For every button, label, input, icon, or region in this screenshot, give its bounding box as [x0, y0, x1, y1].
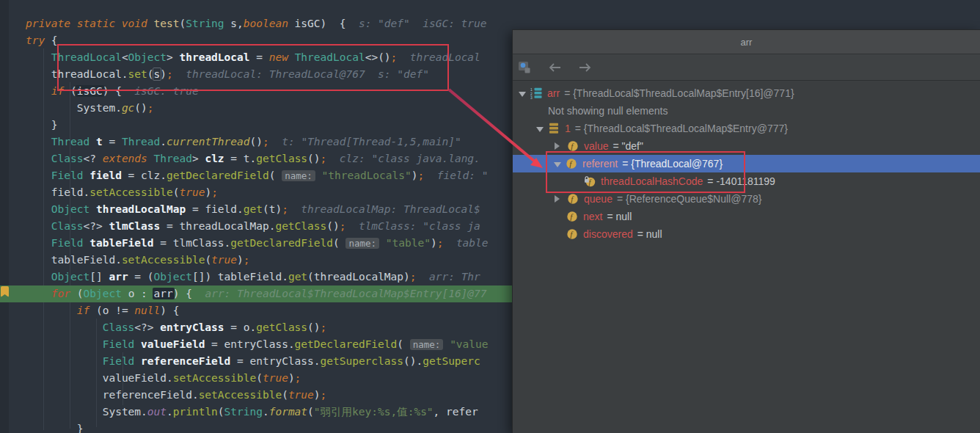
code-token: setAccessible: [122, 254, 205, 266]
code-token: field.: [51, 186, 89, 198]
code-token: []) tableField.: [192, 271, 288, 283]
code-token: Class: [51, 153, 84, 164]
code-token: (): [307, 321, 320, 333]
code-token: =: [250, 51, 269, 63]
code-token: = o.: [224, 321, 257, 333]
code-token: ) {: [173, 288, 192, 299]
code-token: println: [173, 406, 218, 418]
code-token: isGC: [288, 18, 321, 29]
code-token: ,: [237, 18, 244, 29]
code-token: true: [288, 389, 314, 401]
code-token: (: [70, 288, 83, 299]
chevron-down-icon[interactable]: [519, 92, 526, 97]
chevron-down-icon[interactable]: [554, 162, 561, 167]
code-token: (: [179, 18, 186, 29]
variable-value: = {ThreadLocal$ThreadLocalMap$Entry[16]@…: [564, 87, 794, 99]
code-token: true: [211, 254, 237, 266]
tree-row-discovered[interactable]: fdiscovered= null: [513, 225, 980, 243]
code-token: = tlmClass.: [154, 237, 231, 249]
code-token: [0, 34, 26, 46]
code-token: [0, 372, 103, 384]
code-token: get: [288, 271, 307, 283]
param-name-hint: name:: [345, 238, 379, 249]
code-token: getDeclaredField: [167, 170, 269, 181]
code-token: (: [218, 406, 224, 418]
code-token: Field: [103, 338, 135, 350]
tree-row-referent[interactable]: freferent= {ThreadLocal@767}: [513, 155, 980, 172]
tree-row-queue[interactable]: fqueue= {ReferenceQueue$Null@778}: [513, 190, 980, 208]
code-token: ;: [211, 186, 218, 198]
code-token: (threadLocalMap): [307, 271, 410, 283]
code-token: =: [103, 136, 122, 148]
code-token: >: [167, 51, 179, 63]
code-token: [0, 271, 51, 283]
code-token: [0, 338, 103, 350]
code-token: (: [256, 372, 263, 384]
code-token: [0, 321, 103, 333]
code-token: "弱引用key:%s,值:%s": [314, 406, 434, 418]
code-token: [0, 186, 51, 198]
field-icon: f: [567, 140, 579, 152]
code-token: boolean: [244, 18, 288, 29]
code-token: true: [263, 372, 288, 384]
chevron-right-icon[interactable]: [555, 142, 560, 150]
forward-arrow-icon[interactable]: [575, 59, 594, 76]
code-token: = field.: [186, 203, 244, 215]
code-token: (: [269, 170, 282, 181]
code-token: ThreadLocal: [295, 51, 365, 63]
code-token: (: [205, 254, 211, 266]
code-token: Thread: [122, 136, 160, 148]
code-token: field: [89, 170, 122, 181]
code-token: getDeclaredField: [230, 237, 333, 249]
code-token: new: [269, 51, 288, 63]
code-token: private static void: [26, 18, 154, 29]
code-token: o :: [122, 288, 154, 299]
code-token: = clz.: [122, 170, 167, 181]
code-token: [134, 338, 141, 350]
code-token: [288, 51, 295, 63]
code-token: "threadLocals": [315, 170, 412, 181]
code-token: [89, 136, 96, 148]
code-token: Object: [154, 271, 192, 283]
variable-value: = -1401181199: [707, 175, 775, 187]
chevron-right-icon[interactable]: [555, 195, 560, 203]
code-token: Object: [128, 51, 167, 63]
referrers-folder-icon[interactable]: [516, 59, 535, 76]
code-token: referenceField.: [103, 389, 199, 401]
code-token: [147, 153, 154, 164]
code-token: .: [167, 406, 173, 418]
code-token: ): [205, 186, 211, 198]
code-token: setAccessible: [173, 372, 257, 384]
code-token: = entryClass.: [205, 338, 294, 350]
code-token: [0, 102, 77, 114]
inline-debug-hint: threadLocal: [397, 51, 480, 63]
variable-value: = null: [607, 211, 632, 222]
inline-debug-hint: s: "def" isGC: true: [345, 18, 486, 29]
code-token: t: [96, 136, 103, 148]
code-token: ;: [321, 321, 327, 333]
code-token: currentThread: [167, 136, 250, 148]
tree-row-next[interactable]: fnext= null: [513, 208, 980, 225]
code-token: Object: [51, 203, 89, 215]
debugger-popup: arr 1 2 3: [512, 29, 980, 433]
code-token: threadLocalMap: [96, 203, 186, 215]
popup-titlebar[interactable]: arr: [513, 30, 980, 54]
tree-row-arr[interactable]: 1 2 3 arr= {ThreadLocal$ThreadLocalMap$E…: [513, 84, 980, 102]
variable-value: = "def": [612, 140, 643, 152]
code-token: Thread: [51, 136, 89, 148]
tree-row-1[interactable]: 1= {ThreadLocal$ThreadLocalMap$Entry@777…: [513, 120, 980, 137]
field-lock-icon: f: [584, 175, 596, 187]
variables-tree[interactable]: 1 2 3 arr= {ThreadLocal$ThreadLocalMap$E…: [513, 84, 980, 433]
back-arrow-icon[interactable]: [546, 59, 565, 76]
chevron-down-icon[interactable]: [536, 127, 544, 132]
variable-name: referent: [582, 158, 618, 170]
code-token: <>(): [365, 51, 391, 63]
code-token: (o !=: [89, 305, 134, 316]
code-token: (: [282, 389, 288, 401]
tree-row-value[interactable]: fvalue= "def": [513, 137, 980, 155]
popup-toolbar: [513, 54, 980, 81]
tree-note[interactable]: Not showing null elements: [513, 102, 980, 120]
inline-debug-hint: arr: Thr: [417, 271, 480, 283]
code-token: ): [314, 389, 321, 401]
tree-row-threadLocalHashCode[interactable]: f threadLocalHashCode= -1401181199: [513, 172, 980, 190]
